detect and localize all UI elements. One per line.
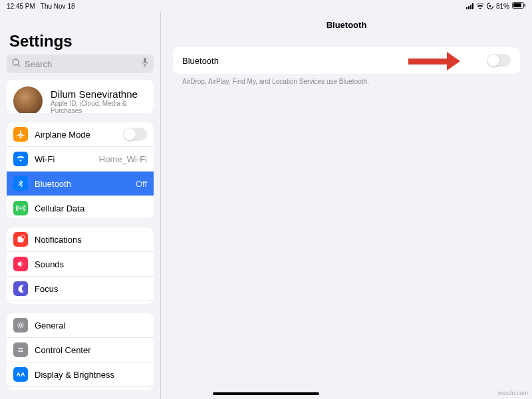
- bluetooth-icon: [13, 176, 28, 191]
- sidebar-item-label: General: [35, 321, 147, 331]
- sidebar-item-display[interactable]: AA Display & Brightness: [7, 362, 154, 387]
- svg-point-13: [19, 348, 21, 350]
- controlcenter-icon: [13, 342, 28, 357]
- search-input[interactable]: [25, 59, 138, 69]
- sidebar-item-label: Control Center: [35, 345, 147, 355]
- sidebar-item-airplane[interactable]: Airplane Mode: [7, 122, 154, 147]
- sidebar-item-label: Cellular Data: [35, 203, 147, 213]
- bluetooth-status-value: Off: [136, 179, 147, 189]
- status-time: 12:45 PM: [7, 3, 35, 10]
- svg-point-6: [20, 207, 22, 209]
- settings-sidebar: Settings Dilum Senevirathne Apple ID, iC…: [0, 12, 161, 399]
- notifications-icon: [13, 232, 28, 247]
- sidebar-item-homescreen[interactable]: Home Screen & Dock: [7, 387, 154, 390]
- sidebar-item-cellular[interactable]: Cellular Data: [7, 196, 154, 218]
- detail-pane: Bluetooth Bluetooth AirDrop, AirPlay, Fi…: [161, 12, 532, 399]
- sounds-icon: [13, 257, 28, 271]
- battery-percent: 81%: [496, 3, 509, 10]
- sidebar-item-sounds[interactable]: Sounds: [7, 252, 154, 277]
- sidebar-item-focus[interactable]: Focus: [7, 277, 154, 301]
- sidebar-item-label: Notifications: [35, 235, 147, 245]
- svg-point-10: [21, 235, 25, 239]
- svg-text:AA: AA: [17, 371, 25, 378]
- cellular-signal-icon: [466, 3, 473, 9]
- annotation-arrow: [408, 52, 460, 70]
- profile-sub: Apple ID, iCloud, Media & Purchases: [51, 100, 147, 114]
- svg-rect-1: [513, 3, 521, 7]
- svg-point-12: [19, 324, 22, 327]
- profile-name: Dilum Senevirathne: [51, 88, 147, 100]
- status-bar: 12:45 PM Thu Nov 18 81%: [0, 0, 532, 12]
- search-icon: [12, 58, 21, 70]
- wifi-settings-icon: [13, 152, 28, 166]
- sidebar-item-bluetooth[interactable]: Bluetooth Off: [7, 172, 154, 196]
- bluetooth-row-label: Bluetooth: [182, 56, 219, 66]
- sidebar-item-wifi[interactable]: Wi-Fi Home_Wi-Fi: [7, 147, 154, 172]
- watermark: wsxdn.com: [498, 390, 528, 396]
- settings-title: Settings: [0, 12, 160, 55]
- sidebar-item-general[interactable]: General: [7, 313, 154, 338]
- wifi-icon: [476, 3, 484, 9]
- mic-icon[interactable]: [142, 58, 148, 70]
- sidebar-item-screentime[interactable]: Screen Time: [7, 301, 154, 304]
- svg-point-15: [21, 350, 23, 352]
- airplane-toggle[interactable]: [123, 128, 147, 141]
- bluetooth-toggle[interactable]: [487, 54, 511, 67]
- page-title: Bluetooth: [173, 12, 520, 47]
- avatar: [13, 86, 43, 113]
- bluetooth-footer-text: AirDrop, AirPlay, Find My, and Location …: [173, 74, 520, 89]
- home-indicator[interactable]: [213, 392, 319, 395]
- bluetooth-toggle-row[interactable]: Bluetooth: [173, 47, 520, 74]
- sidebar-item-notifications[interactable]: Notifications: [7, 227, 154, 252]
- wifi-network-value: Home_Wi-Fi: [99, 154, 147, 164]
- gear-icon: [13, 318, 28, 332]
- sidebar-item-appleid[interactable]: Dilum Senevirathne Apple ID, iCloud, Med…: [7, 80, 154, 113]
- focus-icon: [13, 281, 28, 296]
- svg-rect-5: [144, 58, 146, 63]
- airplane-icon: [13, 127, 28, 142]
- svg-line-4: [18, 65, 20, 66]
- search-field[interactable]: [7, 55, 154, 73]
- battery-icon: [512, 2, 525, 10]
- sidebar-item-label: Focus: [35, 284, 147, 294]
- status-date: Thu Nov 18: [41, 3, 75, 10]
- cellular-icon: [13, 201, 28, 215]
- sidebar-item-label: Wi-Fi: [35, 154, 92, 164]
- sidebar-item-label: Display & Brightness: [35, 370, 147, 380]
- display-icon: AA: [13, 367, 28, 382]
- svg-point-3: [13, 59, 19, 65]
- sidebar-item-label: Bluetooth: [35, 179, 129, 189]
- orientation-lock-icon: [487, 3, 493, 9]
- sidebar-item-label: Sounds: [35, 259, 147, 269]
- svg-rect-2: [525, 4, 526, 7]
- sidebar-item-label: Airplane Mode: [35, 130, 116, 140]
- sidebar-item-controlcenter[interactable]: Control Center: [7, 338, 154, 362]
